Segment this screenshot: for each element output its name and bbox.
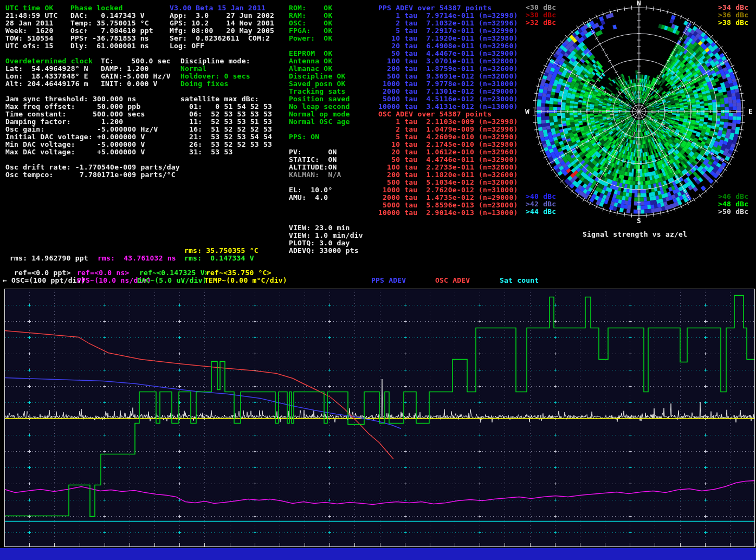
satellite-max-dbc-row-3: 16: 51 52 52 52 53 xyxy=(180,126,272,133)
selftest-status-line-0: ROM: OK xyxy=(289,4,332,12)
health-status-line-2: Almanac OK xyxy=(289,65,332,73)
pps-adev-legend: PPS ADEV xyxy=(371,277,406,284)
dbc-legend-bottom-right-line-1: >48 dBc xyxy=(718,200,748,208)
utc-status-line-0: UTC time OK xyxy=(5,4,54,12)
phase-status-line-0: Phase locked xyxy=(70,4,123,12)
discipline-mode-line-0: Discipline mode: xyxy=(180,57,250,65)
loop-params-line-0: TC: 500.0 sec xyxy=(101,57,171,65)
dbc-legend-top-left-line-2: >32 dBc xyxy=(526,19,556,27)
health-status-line-8: Normal op mode xyxy=(289,110,350,118)
version-info-line-1: App: 3.0 27 Jun 2002 xyxy=(170,12,274,19)
dbc-legend-top-right-line-2: >38 dBc xyxy=(718,19,748,27)
version-info-line-2: GPS: 10.2 14 Nov 2001 xyxy=(170,19,274,27)
version-info-line-4: Ser: 0.82362611 COM:2 xyxy=(170,35,270,42)
pps-adev-table-row-6: 100 tau 3.0701e-011 (n=32800) xyxy=(378,57,518,65)
phase-status-line-4: PPS↑ -36.781853 ns xyxy=(70,35,149,42)
osc-params-line-2: Time constant: 500.000 secs xyxy=(5,110,145,118)
version-info-line-0: V3.00 Beta 15 Jan 2011 xyxy=(170,4,266,12)
osc-adev-table-row-12: 10000 tau 2.9014e-013 (n=13000) xyxy=(378,209,518,217)
dbc-legend-bottom-left-line-1: >42 dBc xyxy=(526,200,556,208)
utc-status-line-4: TOW: 510554 xyxy=(5,35,54,42)
pps-adev-table-row-2: 5 tau 7.2917e-011 (n=32990) xyxy=(378,27,518,35)
utc-status-line-1: 21:48:59 UTC xyxy=(5,12,58,19)
satellite-max-dbc-row-5: 26: 53 52 52 53 53 xyxy=(180,141,272,148)
pps-adev-table-row-8: 500 tau 9.3691e-012 (n=32000) xyxy=(378,73,518,80)
overdetermined-clock-line-1: Lat: 54.4964928° N xyxy=(5,65,88,73)
dbc-legend-top-left-line-0: <30 dBc xyxy=(526,4,556,11)
osc-rms: rms: 14.962790 ppt xyxy=(10,255,88,262)
pps-adev-table-row-10: 2000 tau 7.1301e-012 (n=29000) xyxy=(378,88,518,95)
dac-ref: ref~<0.147325 V> xyxy=(139,269,209,277)
health-status-line-9: Normal OSC age xyxy=(289,118,350,126)
osc-drift-line-0: Osc drift rate: -1.770540e-009 parts/day xyxy=(5,164,180,171)
selftest-status-line-3: FPGA: OK xyxy=(289,27,332,35)
version-info-line-5: Log: OFF xyxy=(170,42,204,50)
overdetermined-clock-line-2: Lon: 18.4337848° E xyxy=(5,73,88,80)
pps-adev-table-row-4: 20 tau 6.4908e-011 (n=32960) xyxy=(378,42,518,50)
dbc-legend-bottom-right-line-0: >46 dBc xyxy=(718,193,748,200)
view-settings-line-2: PLOTQ: 3.0 day xyxy=(289,239,350,247)
discipline-mode-line-1: Normal xyxy=(180,65,206,73)
selftest-status-line-2: OSC: OK xyxy=(289,19,332,27)
health-status-line-3: Discipline OK xyxy=(289,73,346,80)
pps-adev-table-row-3: 10 tau 7.1920e-011 (n=32980) xyxy=(378,35,518,42)
pps-adev-table-row-9: 1000 tau 7.9778e-012 (n=31000) xyxy=(378,80,518,88)
osc-params-line-5: Initial DAC voltage: +0.000000 V xyxy=(5,133,145,141)
pps-state-line-0: PPS: ON xyxy=(289,133,319,141)
osc-params-line-0: Jam sync threshold: 300.000 ns xyxy=(5,95,136,103)
overdetermined-clock-line-3: Alt: 204.46449176 m xyxy=(5,80,88,88)
phase-status-line-2: Temp: 35.750015 °C xyxy=(70,19,149,27)
phase-status-line-1: DAC: 0.147343 V xyxy=(70,12,145,19)
selftest-status-line-4: Power: OK xyxy=(289,35,332,42)
osc-adev-table-row-6: 100 tau 2.2733e-011 (n=32800) xyxy=(378,164,518,171)
temp-ref: ref~<35.750 °C> xyxy=(206,269,272,277)
pps-adev-table-row-11: 5000 tau 4.5116e-012 (n=23000) xyxy=(378,95,518,103)
osc-adev-table-row-4: 20 tau 1.0612e-010 (n=32960) xyxy=(378,148,518,156)
sat-count-legend: Sat count xyxy=(500,277,539,284)
pps-adev-table-row-1: 2 tau 7.1032e-011 (n=32996) xyxy=(378,19,518,27)
loop-params-line-2: GAIN:-5.000 Hz/V xyxy=(101,73,171,80)
osc-adev-table-header: OSC ADEV over 54387 points xyxy=(378,110,492,118)
health-status-line-6: Position saved xyxy=(289,95,350,103)
dbc-legend-bottom-right-line-2: >50 dBc xyxy=(718,208,748,216)
receiver-modes-line-3: KALMAN: N/A xyxy=(289,171,341,179)
osc-params-line-7: Max DAC voltage: +5.000000 V xyxy=(5,148,145,156)
health-status-line-1: Antenna OK xyxy=(289,57,332,65)
overdetermined-clock-line-0: Overdetermined clock xyxy=(5,57,93,65)
osc-adev-table-row-0: 1 tau 2.1103e-009 (n=32998) xyxy=(378,118,518,126)
pps-rms: rms: 43.761032 ns xyxy=(98,255,176,262)
view-settings-line-0: VIEW: 23.0 min xyxy=(289,224,350,232)
satellite-max-dbc-row-4: 21: 53 52 53 54 54 xyxy=(180,133,272,141)
dac-rms: rms: 0.147334 V xyxy=(184,255,254,262)
temp-rms: rms: 35.750355 °C xyxy=(184,247,259,255)
pps-adev-table-row-7: 200 tau 1.8759e-011 (n=32600) xyxy=(378,65,518,73)
satellite-max-dbc-header: satellite max dBc: xyxy=(180,95,259,103)
dbc-legend-bottom-left-line-0: >40 dBc xyxy=(526,193,556,200)
phase-status-line-5: Dly: 61.000001 ns xyxy=(70,42,149,50)
satellite-max-dbc-row-0: 01: 0 51 54 52 53 xyxy=(180,103,272,110)
osc-adev-table-row-7: 200 tau 1.1820e-011 (n=32600) xyxy=(378,171,518,179)
osc-ref: ref=<0.0 ppt> xyxy=(14,269,71,277)
osc-adev-table-row-1: 2 tau 1.0479e-009 (n=32996) xyxy=(378,126,518,133)
dac-scale: DAC~(5.0 uV/div) xyxy=(137,277,207,284)
pps-ref: ref=<0.0 ns> xyxy=(77,269,130,277)
pps-adev-table-row-12: 10000 tau 3.4131e-012 (n=13000) xyxy=(378,103,518,110)
text-layer: UTC time OK21:48:59 UTC28 Jan 2011Week: … xyxy=(0,0,756,560)
discipline-mode-line-3: Doing fixes xyxy=(180,80,229,88)
dbc-legend-top-right-line-1: >36 dBc xyxy=(718,11,748,19)
osc-drift-line-1: Osc tempco: 7.780171e-009 parts/°C xyxy=(5,171,176,179)
dbc-legend-bottom-left-line-2: >44 dBc xyxy=(526,208,556,216)
lady-heather-monitor-screen: UTC time OK21:48:59 UTC28 Jan 2011Week: … xyxy=(0,0,756,560)
pps-adev-table-header: PPS ADEV over 54387 points xyxy=(378,4,492,12)
phase-status-line-3: Osc↑ 7.084610 ppt xyxy=(70,27,153,35)
osc-adev-table-row-5: 50 tau 4.4746e-011 (n=32900) xyxy=(378,156,518,164)
mask-settings-line-0: EL: 10.0° xyxy=(289,186,332,194)
view-settings-line-1: VIEW: 1.0 min/div xyxy=(289,232,363,239)
osc-params-line-3: Damping factor: 1.200 xyxy=(5,118,123,126)
utc-status-line-5: UTC ofs: 15 xyxy=(5,42,54,50)
loop-params-line-1: DAMP: 1.200 xyxy=(101,65,149,73)
pps-adev-table-row-5: 50 tau 4.4467e-011 (n=32900) xyxy=(378,50,518,57)
loop-params-line-3: INIT: 0.000 V xyxy=(101,80,158,88)
osc-params-line-1: Max freq offset: 50.000 ppb xyxy=(5,103,140,110)
receiver-modes-line-1: STATIC: ON xyxy=(289,156,337,164)
